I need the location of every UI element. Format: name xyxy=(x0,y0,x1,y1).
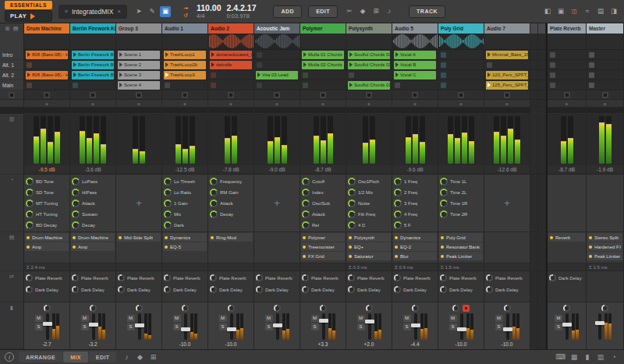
macro-knob[interactable]: Lo Ratio xyxy=(164,187,206,197)
clip[interactable]: TrashLoop2b xyxy=(164,61,206,69)
device-enabled-icon[interactable] xyxy=(303,246,306,249)
device-item[interactable]: Amp xyxy=(25,242,69,251)
clip-slot[interactable]: Berlin Firework B.. xyxy=(70,60,115,70)
send-slot[interactable]: Plate Reverb xyxy=(118,273,160,283)
solo-button[interactable]: S xyxy=(495,323,503,330)
macro-knob[interactable]: 4 D xyxy=(348,220,390,230)
clip[interactable]: dwindle xyxy=(210,61,252,69)
send-slot[interactable]: Plate Reverb xyxy=(210,273,252,283)
device-enabled-icon[interactable] xyxy=(303,236,306,239)
macro-knob[interactable]: BD Tone xyxy=(26,176,68,186)
clip[interactable]: TrashLoop1 xyxy=(164,51,206,59)
device-item[interactable]: Drum Machine xyxy=(25,233,69,242)
device-item[interactable]: Peak Limiter xyxy=(439,252,483,260)
track-title[interactable]: Poly Grid xyxy=(438,23,484,34)
track-title[interactable]: Acoustic Jam xyxy=(254,23,300,34)
track-stop-button[interactable] xyxy=(320,92,326,98)
clip-slot[interactable] xyxy=(438,50,484,60)
device-enabled-icon[interactable] xyxy=(441,246,444,249)
clip-slot[interactable]: Molla 01 Chords xyxy=(300,50,346,60)
clip-slot[interactable] xyxy=(438,60,484,70)
layout-icon[interactable]: ▤ xyxy=(13,26,19,32)
clip-slot[interactable]: TrashLoop2b xyxy=(162,60,207,70)
volume-fader[interactable] xyxy=(368,313,371,340)
solo-button[interactable]: S xyxy=(35,323,43,330)
clip-slot[interactable]: Vocal A xyxy=(392,50,438,60)
clip-slot[interactable]: Berlin Firework B.. xyxy=(70,50,115,60)
pan-knob[interactable] xyxy=(601,305,608,312)
device-item[interactable]: EQ-2 xyxy=(393,242,437,251)
device-enabled-icon[interactable] xyxy=(589,246,592,249)
clip[interactable]: Scene 4 xyxy=(118,81,160,90)
clip-slot[interactable] xyxy=(254,60,300,70)
device-item[interactable]: Mid-Side Split xyxy=(117,233,161,242)
send-slot[interactable]: Dark Delay xyxy=(164,284,206,295)
clip[interactable]: Soulful Chords 01 B xyxy=(348,51,390,59)
device-enabled-icon[interactable] xyxy=(27,236,30,239)
track-stop-button[interactable] xyxy=(136,92,142,98)
pan-knob[interactable] xyxy=(90,305,97,312)
pan-knob[interactable] xyxy=(228,305,235,312)
macro-knob[interactable]: RM Gain xyxy=(210,187,252,197)
send-slot[interactable]: Dark Delay xyxy=(486,284,528,295)
send-slot[interactable]: Plate Reverb xyxy=(164,273,206,283)
clip-slot[interactable]: Scene 2 xyxy=(116,60,161,70)
clip-slot[interactable] xyxy=(538,60,545,70)
track-stop-button[interactable] xyxy=(90,92,96,98)
clip-slot[interactable] xyxy=(587,80,623,90)
device-item[interactable]: Hardened FX 3.. xyxy=(587,242,622,251)
project-tab[interactable]: ≡ IntegratedMIX × xyxy=(58,5,127,19)
clip-slot[interactable] xyxy=(530,80,537,90)
device-enabled-icon[interactable] xyxy=(395,236,398,239)
clip[interactable]: Molla 01 Chords xyxy=(302,51,344,59)
device-item[interactable]: Dynamics xyxy=(393,233,437,242)
macro-knob[interactable]: Decay xyxy=(210,209,252,219)
clip[interactable]: Scene 3 xyxy=(118,71,160,80)
grid-icon[interactable]: ⊞ xyxy=(5,26,10,32)
track-title[interactable]: Audio 2 xyxy=(208,23,254,34)
volume-fader[interactable] xyxy=(230,313,233,340)
clip-slot[interactable] xyxy=(300,80,346,90)
clip-slot[interactable] xyxy=(538,70,545,80)
add-device-plus[interactable]: + xyxy=(484,175,530,231)
clip-slot[interactable]: Scene 1 xyxy=(116,50,161,60)
device-enabled-icon[interactable] xyxy=(303,255,306,258)
clip-slot[interactable]: Molla 02 Chords xyxy=(300,60,346,70)
track-title[interactable]: Berlin Firework Kit xyxy=(70,23,115,34)
volume-fader[interactable] xyxy=(184,313,187,340)
track-stop-button[interactable] xyxy=(274,92,280,98)
info-icon[interactable]: i xyxy=(5,352,14,362)
magnet-icon[interactable]: ◆ xyxy=(357,6,368,17)
mute-button[interactable]: M xyxy=(35,315,43,322)
clip-slot[interactable] xyxy=(587,60,623,70)
mute-button[interactable]: M xyxy=(495,315,503,322)
clip-slot[interactable] xyxy=(530,70,537,80)
fader-handle[interactable] xyxy=(365,320,374,323)
record-arm-button[interactable] xyxy=(463,305,470,312)
macro-knob[interactable]: Sustain xyxy=(72,209,114,219)
macro-knob[interactable]: Frequency xyxy=(210,176,252,186)
macro-knob[interactable]: 5 F xyxy=(394,220,436,230)
send-slot[interactable]: Dark Delay xyxy=(440,284,482,295)
solo-button[interactable]: S xyxy=(173,323,181,330)
clip[interactable]: Vita 03 Lead xyxy=(256,71,298,80)
solo-button[interactable]: S xyxy=(449,323,457,330)
send-slot[interactable]: Dark Delay xyxy=(549,273,584,283)
clip[interactable]: Molla 02 Chords xyxy=(302,61,344,69)
volume-fader[interactable] xyxy=(138,313,141,340)
fader-handle[interactable] xyxy=(89,323,98,327)
fader-handle[interactable] xyxy=(411,323,420,327)
volume-fader[interactable] xyxy=(322,313,325,340)
pan-knob[interactable] xyxy=(274,305,281,312)
device-item[interactable]: Dynamics xyxy=(163,233,207,242)
send-slot[interactable]: Plate Reverb xyxy=(440,273,482,283)
volume-fader[interactable] xyxy=(460,313,463,340)
device-enabled-icon[interactable] xyxy=(550,236,553,239)
clip-slot[interactable] xyxy=(587,70,623,80)
solo-button[interactable]: S xyxy=(81,323,89,330)
clip-slot[interactable] xyxy=(254,50,300,60)
macro-knob[interactable]: Attack xyxy=(72,198,114,208)
device-item[interactable]: Reverb xyxy=(548,233,585,242)
clip-slot[interactable]: 125_Perc_SPFT_11 xyxy=(484,80,530,90)
scene-alt-1[interactable]: Alt. 1 xyxy=(0,60,23,70)
